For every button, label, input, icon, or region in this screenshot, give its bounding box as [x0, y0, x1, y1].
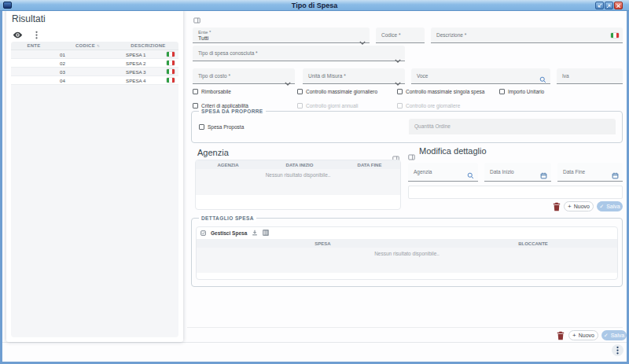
chevron-down-icon [395, 75, 401, 89]
column-header-data-fine[interactable]: DATA FINE [339, 163, 400, 167]
delete-button[interactable] [557, 331, 565, 340]
column-header-spesa[interactable]: SPESA [197, 241, 449, 246]
importo-unitario-checkbox[interactable]: Importo Unitario [499, 88, 544, 95]
controllo-ore-giornaliere-checkbox: Controllo ore giornaliere [397, 102, 460, 109]
columns-icon[interactable] [263, 230, 269, 237]
close-button[interactable] [614, 2, 623, 9]
agenzia-section-title: Agenzia [197, 148, 229, 157]
eye-icon[interactable] [13, 31, 23, 39]
voce-field[interactable]: Voce [411, 68, 550, 84]
agenzia-table: AGENZIA DATA INIZIO DATA FINE Nessun ris… [195, 160, 401, 210]
chevron-down-icon [395, 52, 401, 66]
cell-codice: 03 [57, 69, 118, 75]
column-header-agenzia[interactable]: AGENZIA [196, 163, 260, 167]
spesa-proposta-checkbox[interactable]: Spesa Proposta [199, 123, 244, 131]
ente-select[interactable]: Ente * Tutti [193, 28, 370, 43]
plus-icon: + [568, 204, 572, 210]
app-window: Tipo di Spesa Risultati ENTE CODICE [0, 0, 629, 364]
table-row[interactable]: 04 SPESA 4 [11, 76, 178, 85]
more-options-button[interactable] [612, 344, 623, 356]
cell-descrizione: SPESA 3 [118, 69, 178, 75]
check-icon: ✓ [599, 204, 604, 209]
results-table: ENTE CODICE ↑↓ DESCRIZIONE 01 SPESA 1 02… [11, 42, 178, 337]
modifica-agenzia-field[interactable]: Agenzia [408, 163, 478, 182]
search-icon[interactable] [539, 72, 546, 86]
dettaglio-toolbar: Gestisci Spesa [197, 227, 617, 239]
results-panel: Risultati ENTE CODICE ↑↓ DESCRIZIONE 01 [6, 9, 183, 342]
italy-flag-icon [611, 33, 619, 38]
column-header-bloccante[interactable]: BLOCCANTE [449, 241, 617, 246]
window-titlebar[interactable]: Tipo di Spesa [0, 0, 629, 11]
cell-codice: 02 [57, 61, 118, 66]
descrizione-field[interactable]: Descrizione * [431, 28, 623, 43]
data-inizio-field[interactable]: Data Inizio [484, 163, 551, 182]
agenzia-empty-state: Nessun risultato disponibile.. [196, 169, 400, 195]
search-icon[interactable] [467, 168, 474, 182]
chevron-down-icon [285, 75, 291, 89]
codice-field[interactable]: Codice * [376, 28, 425, 43]
check-icon: ✓ [604, 333, 609, 338]
footer-divider [2, 342, 627, 343]
agenzia-table-header: AGENZIA DATA INIZIO DATA FINE [196, 160, 400, 169]
detail-edit-icon[interactable] [408, 149, 415, 164]
controllo-massimale-singola-spesa-checkbox[interactable]: Controllo massimale singola spesa [397, 88, 484, 95]
trash-icon [557, 331, 565, 340]
dettaglio-table-header: SPESA BLOCCANTE [197, 239, 617, 248]
dettaglio-spesa-card: Gestisci Spesa SPESA BLOCCANTE Nessun ri… [196, 226, 618, 280]
controllo-giorni-annuali-checkbox: Controllo giorni annuali [297, 102, 359, 109]
controllo-massimale-giornaliero-checkbox[interactable]: Controllo massimale giornaliero [297, 88, 377, 95]
trash-icon [553, 202, 561, 211]
italy-flag-icon [167, 69, 175, 74]
actions-divider [187, 327, 623, 328]
maximize-button[interactable] [605, 2, 613, 9]
delete-button[interactable] [553, 202, 561, 211]
table-row[interactable]: 02 SPESA 2 [11, 59, 178, 68]
rimborsabile-checkbox[interactable]: Rimborsabile [193, 88, 231, 95]
restore-icon [597, 3, 602, 9]
table-row[interactable]: 03 SPESA 3 [11, 68, 178, 76]
detail-panel-icon[interactable] [193, 13, 200, 27]
close-icon [616, 3, 621, 9]
modifica-detail-list [408, 186, 623, 199]
grid-icon[interactable] [200, 230, 206, 237]
results-title: Risultati [12, 13, 46, 24]
results-table-header: ENTE CODICE ↑↓ DESCRIZIONE [11, 42, 178, 50]
nuovo-button[interactable]: +Nuovo [568, 330, 598, 340]
calendar-icon[interactable] [612, 168, 619, 182]
cell-descrizione: SPESA 2 [118, 61, 178, 66]
tipo-spesa-conosciuta-select[interactable]: Tipo di spesa conosciuta * [193, 46, 405, 61]
cell-descrizione: SPESA 1 [118, 52, 178, 57]
data-fine-field[interactable]: Data Fine [557, 163, 623, 182]
download-icon[interactable] [252, 230, 258, 237]
cell-codice: 01 [57, 52, 118, 57]
tipo-costo-select[interactable]: Tipo di costo * [193, 68, 295, 84]
column-header-ente[interactable]: ENTE [11, 43, 57, 48]
calendar-icon[interactable] [540, 168, 547, 182]
column-header-codice[interactable]: CODICE ↑↓ [57, 43, 118, 48]
column-header-descrizione[interactable]: DESCRIZIONE [118, 43, 178, 48]
more-options-icon [616, 346, 619, 355]
results-toolbar [13, 31, 38, 39]
iva-field[interactable]: Iva [557, 68, 623, 84]
sort-icon[interactable]: ↑↓ [97, 43, 99, 48]
unita-misura-select[interactable]: Unità di Misura * [303, 68, 405, 84]
quantita-ordine-field: Quantità Ordine [409, 119, 616, 134]
salva-button[interactable]: ✓Salva [597, 201, 623, 211]
modifica-dettaglio-title: Modifica dettaglio [419, 146, 487, 156]
column-header-data-inizio[interactable]: DATA INIZIO [260, 163, 339, 167]
table-row[interactable]: 01 SPESA 1 [11, 50, 178, 59]
italy-flag-icon [167, 61, 175, 65]
cell-codice: 04 [57, 78, 118, 83]
plus-icon: + [572, 333, 576, 339]
kebab-menu-icon[interactable] [35, 31, 38, 39]
salva-button[interactable]: ✓Salva [601, 330, 627, 340]
window-title: Tipo di Spesa [0, 0, 629, 11]
cell-descrizione: SPESA 4 [118, 78, 178, 83]
italy-flag-icon [167, 52, 175, 57]
restore-button[interactable] [595, 2, 604, 9]
nuovo-button[interactable]: +Nuovo [564, 201, 594, 211]
dettaglio-empty-state: Nessun risultato disponibile.. [197, 248, 617, 273]
maximize-icon [606, 3, 612, 9]
italy-flag-icon [167, 78, 175, 83]
